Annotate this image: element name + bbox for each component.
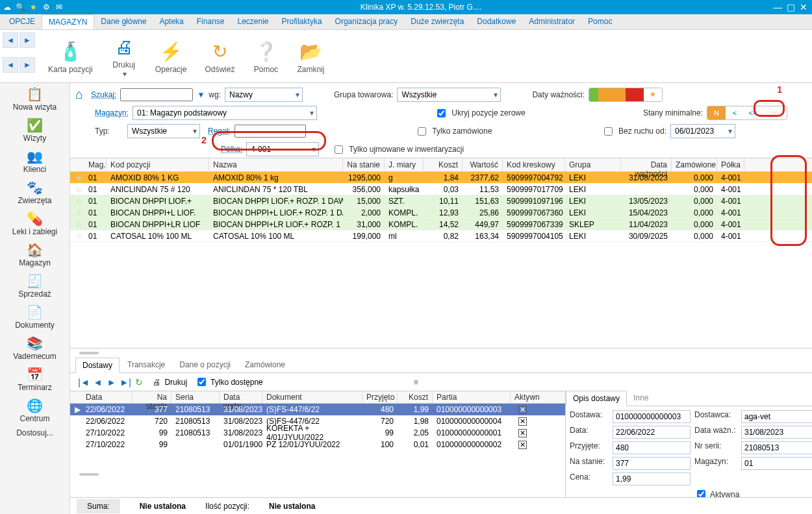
- chk-tylko-zamowione[interactable]: [418, 127, 426, 136]
- select-magazyn[interactable]: 01: Magazyn podstawowy: [133, 106, 317, 120]
- nav-right-icon[interactable]: ►: [19, 57, 35, 73]
- pv-magazyn[interactable]: 01: [741, 457, 812, 470]
- nav-klienci[interactable]: 👥Klienci: [0, 145, 70, 177]
- delivery-row[interactable]: 27/10/20229901/01/1900PZ 12/01/JYUU/2022…: [70, 439, 565, 450]
- ptab-inne[interactable]: Inne: [627, 391, 655, 406]
- refresh-small-icon[interactable]: ↻: [133, 377, 145, 387]
- nav-back-icon[interactable]: ◄: [3, 32, 18, 48]
- menu-administrator[interactable]: Administrator: [522, 14, 581, 29]
- nav-dostosuj[interactable]: Dostosuj...: [0, 426, 70, 440]
- table-row[interactable]: ☆01CATOSAL 10% 100 MLCATOSAL 10% 100 ML1…: [70, 230, 812, 242]
- active-check-icon[interactable]: ✕: [518, 441, 527, 449]
- active-check-icon[interactable]: ✕: [518, 429, 527, 437]
- ribbon-drukuj[interactable]: 🖨 Drukuj ▾: [102, 30, 146, 82]
- menu-dodatkowe[interactable]: Dodatkowe: [470, 14, 522, 29]
- pv-data[interactable]: 22/06/2022: [613, 426, 691, 439]
- pv-dostawca[interactable]: aga-vet: [741, 410, 812, 423]
- daty-star-icon[interactable]: ★: [644, 88, 662, 101]
- date-bez-ruchu[interactable]: 06/01/2023: [670, 124, 735, 138]
- nav-terminarz[interactable]: 📅Terminarz: [0, 363, 70, 395]
- nav-fwd-icon[interactable]: ►: [19, 32, 35, 48]
- menu-apteka[interactable]: Apteka: [153, 14, 190, 29]
- first-icon[interactable]: |◄: [78, 377, 90, 387]
- house-chart-icon[interactable]: ⌂: [75, 87, 83, 102]
- stany-lt-button[interactable]: <: [726, 106, 744, 119]
- ribbon-odswiez[interactable]: ↻ Odśwież: [196, 30, 244, 82]
- close-icon[interactable]: ✕: [798, 3, 809, 12]
- splitter-1[interactable]: [70, 349, 812, 358]
- chk-bez-ruchu[interactable]: [604, 127, 613, 136]
- nav-dokumenty[interactable]: 📄Dokumenty: [0, 301, 70, 332]
- nav-vademecum[interactable]: 📚Vademecum: [0, 332, 70, 363]
- nav-nowa-wizyta[interactable]: 📋Nowa wizyta: [0, 83, 70, 114]
- tab-opcje[interactable]: OPCJE: [3, 14, 42, 29]
- search-icon[interactable]: 🔍: [16, 3, 25, 12]
- nav-magazyn[interactable]: 🏠Magazyn: [0, 239, 70, 270]
- menu-dane-glowne[interactable]: Dane główne: [94, 14, 153, 29]
- star-toggle-icon[interactable]: ☆: [73, 220, 84, 229]
- stany-lte-button[interactable]: <=: [744, 106, 762, 119]
- cloud-icon[interactable]: ☁: [3, 3, 12, 12]
- chk-ukryj-zerowe[interactable]: [437, 109, 446, 117]
- next-icon[interactable]: ►: [106, 377, 118, 387]
- table-row[interactable]: ☆01BIOCAN DHPPI+LR LIOFBIOCAN DHPPI+LR L…: [70, 219, 812, 230]
- grid-header[interactable]: Mag. Kod pozycji Nazwa Na stanie J. miar…: [70, 158, 812, 172]
- pv-przyjete[interactable]: 480: [613, 441, 691, 454]
- star-icon[interactable]: ★: [29, 3, 38, 12]
- stany-collapse-button[interactable]: ﹀: [762, 106, 787, 119]
- nav-leki[interactable]: 💊Leki i zabiegi: [0, 208, 70, 239]
- star-toggle-icon[interactable]: ☆: [73, 185, 84, 194]
- gear-icon[interactable]: ⚙: [42, 3, 51, 12]
- chevron-down-icon[interactable]: ▾: [121, 69, 129, 79]
- star-toggle-icon[interactable]: ☆: [73, 197, 84, 206]
- table-row[interactable]: ☆01BIOCAN DHPPI LIOF.+BIOCAN DHPPI LIOF.…: [70, 195, 812, 207]
- daty-green-icon[interactable]: [589, 88, 607, 101]
- pv-nastanie[interactable]: 377: [613, 457, 691, 470]
- daty-buttons[interactable]: ★: [589, 88, 663, 102]
- tab-dostawy[interactable]: Dostawy: [75, 358, 120, 373]
- daty-orange-icon[interactable]: [607, 88, 626, 101]
- star-toggle-icon[interactable]: ☆: [73, 208, 84, 217]
- tab-magazyn[interactable]: MAGAZYN: [42, 14, 94, 29]
- menu-leczenie[interactable]: Leczenie: [231, 14, 275, 29]
- delivery-row[interactable]: 27/10/2022992108051331/08/2023KOREKTA + …: [70, 427, 565, 439]
- nav-wizyty[interactable]: ✅Wizyty: [0, 114, 70, 145]
- menu-profilaktyka[interactable]: Profilaktyka: [275, 14, 329, 29]
- search-input[interactable]: [120, 88, 193, 101]
- select-polka[interactable]: 4-001: [246, 142, 319, 156]
- minimize-icon[interactable]: —: [772, 3, 783, 12]
- select-typ[interactable]: Wszystkie: [127, 124, 200, 138]
- star-toggle-icon[interactable]: ☆: [73, 232, 84, 241]
- daty-red-icon[interactable]: [626, 88, 644, 101]
- stany-n-button[interactable]: N: [707, 106, 726, 119]
- active-check-icon[interactable]: ✕: [518, 406, 527, 414]
- tab-zamowione[interactable]: Zamówione: [238, 358, 292, 373]
- deliveries-header[interactable]: Data Na stanie Seria Data ważn. Dokument…: [70, 391, 565, 404]
- ribbon-zamknij[interactable]: 📂 Zamknij: [288, 30, 333, 82]
- chk-inwentaryzacja[interactable]: [335, 145, 343, 154]
- input-regal[interactable]: [235, 125, 306, 138]
- star-toggle-icon[interactable]: ★: [73, 173, 84, 182]
- menu-duze-zwierzeta[interactable]: Duże zwierzęta: [404, 14, 470, 29]
- filter-funnel-icon[interactable]: ▼: [197, 90, 205, 99]
- pv-nrserii[interactable]: 21080513: [741, 441, 812, 454]
- pv-dwazn[interactable]: 31/08/2023: [741, 426, 812, 439]
- mail-icon[interactable]: ✉: [55, 3, 64, 12]
- tab-transakcje[interactable]: Transakcje: [121, 358, 171, 373]
- tab-dane[interactable]: Dane o pozycji: [173, 358, 237, 373]
- ribbon-pomoc[interactable]: ❔ Pomoc: [244, 30, 288, 82]
- select-wg[interactable]: Nazwy: [225, 88, 303, 102]
- chk-tylko-dostepne[interactable]: [197, 378, 206, 386]
- menu-pomoc[interactable]: Pomoc: [581, 14, 618, 29]
- btn-drukuj2[interactable]: Drukuj: [164, 378, 187, 387]
- pv-dostawa[interactable]: 010000000000003: [613, 410, 691, 423]
- nav-sprzedaz[interactable]: 🧾Sprzedaż: [0, 270, 70, 301]
- maximize-icon[interactable]: ▢: [785, 3, 796, 12]
- nav-left-icon[interactable]: ◄: [3, 57, 18, 73]
- splitter-2[interactable]: [70, 470, 565, 479]
- menu-icon[interactable]: ≡: [414, 378, 418, 387]
- ribbon-operacje[interactable]: ⚡ Operacje: [146, 30, 196, 82]
- menu-organizacja[interactable]: Organizacja pracy: [329, 14, 405, 29]
- select-grupa[interactable]: Wszystkie: [397, 88, 501, 102]
- delivery-row[interactable]: ▶22/06/20223772108051331/08/2023(S)FS-44…: [70, 404, 565, 415]
